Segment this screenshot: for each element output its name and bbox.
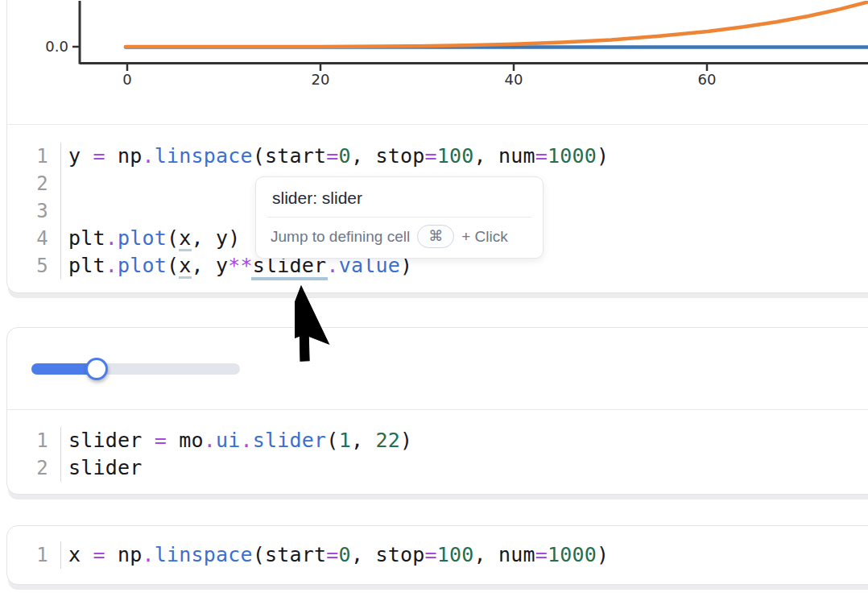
line-number: 2 bbox=[7, 454, 61, 482]
tooltip-click-hint: + Click bbox=[461, 228, 508, 246]
notebook-cell-x: 1x = np.linspace(start=0, stop=100, num=… bbox=[6, 525, 868, 585]
series-line-orange bbox=[126, 1, 868, 47]
code-line[interactable]: 1y = np.linspace(start=0, stop=100, num=… bbox=[7, 143, 868, 170]
tooltip-action-label: Jump to defining cell bbox=[271, 228, 410, 246]
slider-track[interactable] bbox=[31, 363, 240, 375]
code-text: plt.plot(x, y) bbox=[61, 225, 241, 252]
code-text: y = np.linspace(start=0, stop=100, num=1… bbox=[61, 143, 609, 170]
line-number: 1 bbox=[7, 427, 61, 454]
code-text bbox=[61, 197, 81, 225]
code-text: x = np.linspace(start=0, stop=100, num=1… bbox=[61, 541, 609, 569]
command-key-icon: ⌘ bbox=[417, 225, 454, 248]
code-text: slider = mo.ui.slider(1, 22) bbox=[61, 427, 412, 454]
line-number: 1 bbox=[7, 541, 61, 569]
x-tick-label: 60 bbox=[698, 71, 717, 88]
code-line[interactable]: 1x = np.linspace(start=0, stop=100, num=… bbox=[7, 541, 868, 569]
line-number: 5 bbox=[7, 252, 61, 280]
code-text bbox=[61, 170, 81, 197]
slider-handle[interactable] bbox=[85, 358, 108, 380]
code-line[interactable]: 2slider bbox=[7, 454, 868, 482]
matplotlib-plot: 0.0 0 20 40 60 bbox=[7, 1, 868, 124]
y-tick-label: 0.0 bbox=[45, 38, 68, 55]
notebook-cell-slider: 1slider = mo.ui.slider(1, 22)2slider bbox=[6, 327, 868, 495]
line-number: 1 bbox=[7, 143, 61, 170]
code-line[interactable]: 1slider = mo.ui.slider(1, 22) bbox=[7, 427, 868, 454]
x-tick-label: 20 bbox=[312, 71, 330, 88]
line-number: 2 bbox=[7, 170, 61, 197]
code-editor[interactable]: 1slider = mo.ui.slider(1, 22)2slider bbox=[7, 410, 868, 495]
tooltip-title: slider: slider bbox=[256, 177, 543, 217]
line-number: 4 bbox=[7, 225, 61, 252]
variable-tooltip: slider: slider Jump to defining cell ⌘ +… bbox=[255, 176, 544, 259]
x-tick-label: 40 bbox=[505, 71, 523, 88]
code-editor[interactable]: 1x = np.linspace(start=0, stop=100, num=… bbox=[7, 526, 868, 584]
notebook-page: { "chart_data": { "type": "line", "title… bbox=[0, 0, 868, 601]
line-number: 3 bbox=[7, 197, 61, 225]
x-tick-label: 0 bbox=[122, 71, 131, 88]
mouse-cursor-icon bbox=[295, 281, 383, 374]
code-text: slider bbox=[61, 454, 143, 482]
